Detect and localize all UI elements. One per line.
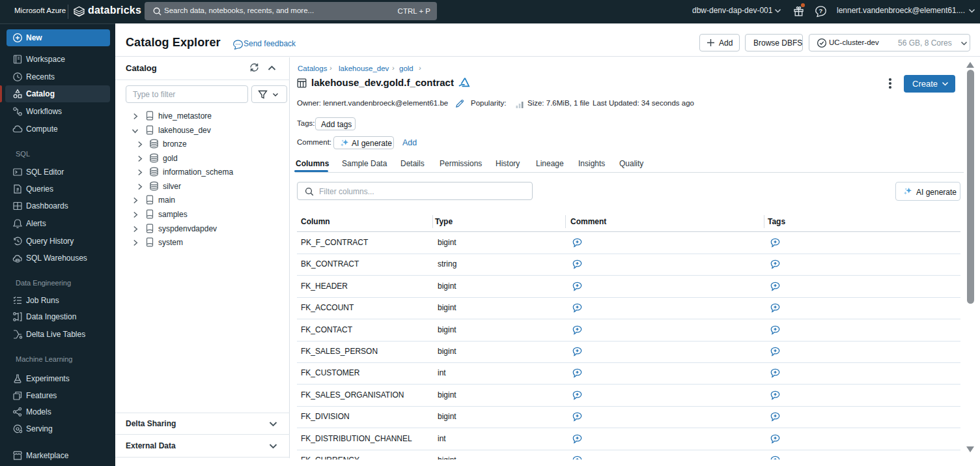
svg-text:?: ? (819, 7, 823, 14)
